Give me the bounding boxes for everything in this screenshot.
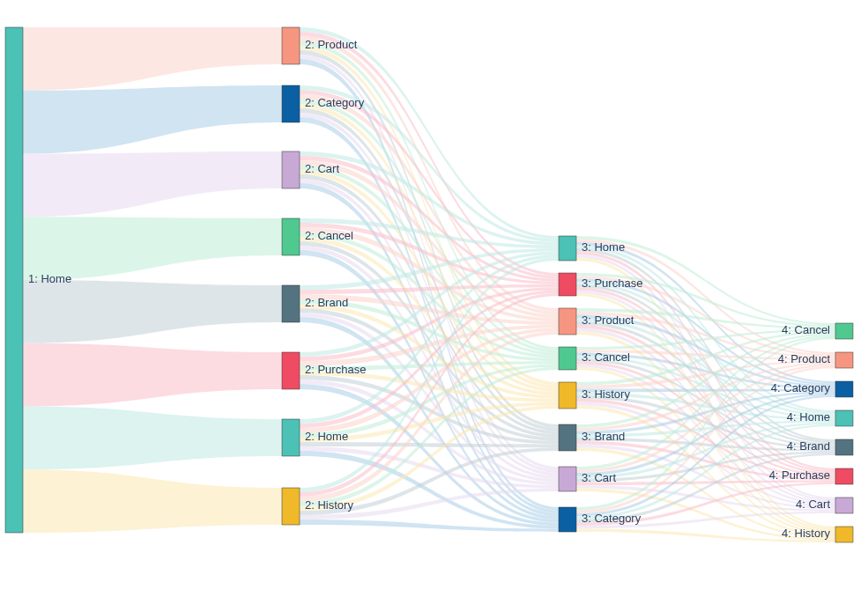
sankey-node-label: 2: History	[305, 498, 353, 512]
sankey-node[interactable]	[835, 439, 853, 455]
sankey-links	[23, 27, 835, 542]
sankey-node[interactable]	[559, 273, 576, 296]
sankey-node-label: 4: Cancel	[782, 323, 830, 336]
sankey-node-label: 2: Product	[305, 38, 358, 51]
sankey-node[interactable]	[559, 424, 576, 451]
sankey-link[interactable]	[23, 27, 282, 91]
sankey-node[interactable]	[5, 27, 23, 533]
sankey-link[interactable]	[23, 469, 282, 533]
sankey-node-label: 2: Cancel	[305, 229, 353, 242]
sankey-link[interactable]	[23, 85, 282, 154]
sankey-node[interactable]	[282, 285, 300, 322]
sankey-node-label: 4: History	[782, 527, 830, 540]
sankey-node[interactable]	[559, 308, 576, 335]
sankey-node-label: 3: Brand	[582, 430, 625, 443]
sankey-node[interactable]	[282, 352, 300, 389]
sankey-node-label: 2: Home	[305, 430, 348, 443]
sankey-node-label: 2: Brand	[305, 296, 348, 309]
sankey-node-label: 3: Purchase	[582, 276, 642, 290]
sankey-node-label: 4: Purchase	[769, 468, 830, 482]
sankey-node-label: 3: History	[582, 387, 630, 401]
sankey-node[interactable]	[559, 467, 576, 491]
sankey-node[interactable]	[835, 498, 853, 513]
sankey-node-label: 2: Category	[305, 96, 365, 109]
sankey-node[interactable]	[282, 419, 300, 456]
sankey-node-label: 3: Cart	[582, 471, 616, 484]
sankey-node-label: 4: Product	[778, 352, 831, 365]
sankey-node[interactable]	[835, 323, 853, 339]
sankey-node[interactable]	[282, 218, 300, 255]
sankey-node-label: 4: Brand	[787, 439, 830, 453]
sankey-node[interactable]	[835, 527, 853, 542]
sankey-link[interactable]	[23, 151, 282, 217]
sankey-node[interactable]	[282, 27, 300, 64]
sankey-chart[interactable]: 1: Home2: Product2: Category2: Cart2: Ca…	[0, 0, 868, 597]
sankey-node-label: 3: Home	[582, 240, 625, 254]
sankey-node-label: 4: Category	[771, 381, 831, 394]
sankey-node-label: 3: Category	[582, 512, 642, 525]
sankey-node[interactable]	[835, 352, 853, 368]
sankey-node-label: 2: Purchase	[305, 363, 366, 376]
sankey-node[interactable]	[282, 151, 300, 188]
sankey-node-label: 3: Product	[582, 313, 634, 327]
sankey-node[interactable]	[835, 381, 853, 397]
sankey-node-label: 1: Home	[28, 272, 71, 285]
sankey-node[interactable]	[559, 382, 576, 409]
sankey-node[interactable]	[559, 236, 576, 261]
sankey-link[interactable]	[23, 407, 282, 470]
sankey-node[interactable]	[282, 488, 300, 525]
sankey-node[interactable]	[282, 85, 300, 122]
sankey-node-label: 3: Cancel	[582, 350, 630, 364]
sankey-node[interactable]	[835, 468, 853, 484]
sankey-node-label: 2: Cart	[305, 162, 339, 175]
sankey-node-label: 4: Cart	[796, 498, 830, 511]
sankey-link[interactable]	[23, 280, 282, 343]
sankey-node[interactable]	[559, 347, 576, 370]
sankey-link[interactable]	[23, 343, 282, 407]
sankey-node[interactable]	[835, 410, 853, 426]
sankey-link[interactable]	[23, 217, 282, 280]
sankey-node-label: 4: Home	[787, 410, 830, 424]
sankey-node[interactable]	[559, 507, 576, 532]
